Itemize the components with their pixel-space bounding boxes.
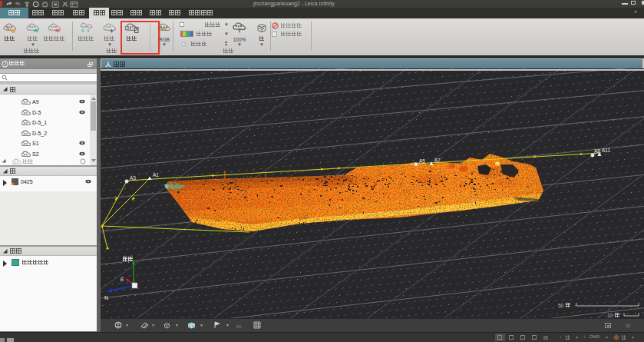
svg-text:A1: A1 [153,172,159,178]
svg-text:A3: A3 [130,175,136,181]
svg-text:50: 50 [558,303,564,308]
svg-text:E: E [121,277,124,282]
svg-text:D-3: D-3 [471,198,479,203]
svg-text:A5: A5 [419,158,425,164]
svg-text:D-4: D-4 [299,216,307,221]
svg-text:A11: A11 [602,148,610,153]
svg-text:A7: A7 [434,158,441,163]
svg-text:N: N [104,295,108,300]
svg-text:10: 10 [607,313,613,318]
svg-text:A8: A8 [594,148,600,154]
